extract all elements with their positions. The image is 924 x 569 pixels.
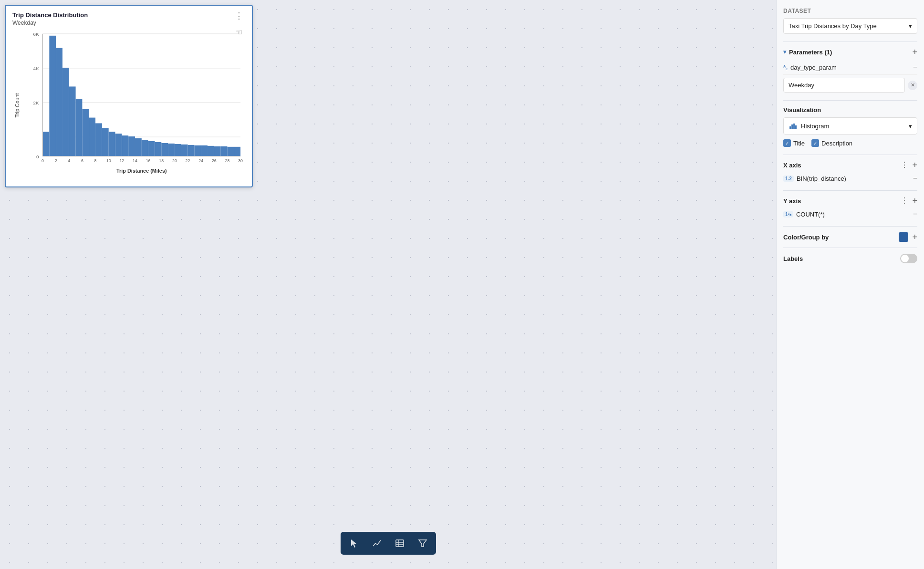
svg-text:14: 14 — [133, 158, 137, 163]
chart-inner: 6K 4K 2K 0 — [24, 29, 245, 182]
title-checkbox-label: Title — [793, 140, 805, 147]
histogram-chart: 6K 4K 2K 0 — [24, 29, 245, 180]
param-clear-button[interactable]: ✕ — [908, 81, 917, 90]
chevron-down-icon: ▾ — [783, 49, 786, 55]
x-axis-label: X axis — [783, 162, 801, 169]
svg-rect-37 — [227, 147, 234, 156]
remove-x-field-button[interactable]: − — [913, 174, 917, 183]
svg-marker-65 — [789, 126, 791, 129]
remove-y-field-button[interactable]: − — [913, 210, 917, 218]
add-y-field-button[interactable]: + — [912, 197, 917, 205]
param-value-row: ✕ — [783, 78, 917, 93]
svg-rect-21 — [122, 135, 128, 156]
remove-parameter-button[interactable]: − — [913, 63, 917, 72]
svg-marker-64 — [419, 540, 426, 547]
svg-rect-34 — [208, 146, 214, 156]
svg-marker-66 — [791, 124, 793, 129]
svg-rect-23 — [135, 138, 142, 156]
histogram-icon — [789, 122, 797, 130]
svg-rect-32 — [194, 145, 201, 156]
chart-subtitle: Weekday — [12, 20, 88, 26]
svg-rect-14 — [76, 99, 83, 156]
svg-marker-68 — [795, 125, 797, 129]
svg-text:8: 8 — [94, 158, 97, 163]
y-axis-label-container: Trip Count — [12, 29, 22, 182]
checkbox-row: ✓ Title ✓ Description — [783, 139, 917, 147]
x-axis-section: X axis ⋮ + 1.2 BIN(trip_distance) − — [783, 161, 917, 185]
color-swatch[interactable] — [899, 232, 908, 242]
main-layout: Trip Distance Distribution Weekday ⋮ Tri… — [0, 0, 924, 569]
y-field-type-badge: 1²₃ — [783, 211, 793, 217]
y-axis-header: Y axis ⋮ + — [783, 197, 917, 205]
dataset-select[interactable]: Taxi Trip Distances by Day Type ▾ — [783, 18, 917, 34]
dataset-label: Dataset — [783, 8, 917, 14]
viz-type-select[interactable]: Histogram ▾ — [783, 117, 917, 134]
title-checkbox-item[interactable]: ✓ Title — [783, 139, 805, 147]
svg-rect-11 — [56, 48, 62, 156]
y-axis-label: Trip Count — [14, 93, 20, 117]
add-parameter-button[interactable]: + — [912, 48, 917, 56]
param-type-icon: ᴬ꜀ — [783, 64, 788, 71]
svg-text:10: 10 — [106, 158, 111, 163]
svg-text:0: 0 — [42, 158, 44, 163]
svg-rect-24 — [142, 140, 148, 156]
svg-text:30: 30 — [238, 158, 243, 163]
y-axis-section: Y axis ⋮ + 1²₃ COUNT(*) − — [783, 197, 917, 220]
divider-3 — [783, 155, 917, 155]
chart-card: Trip Distance Distribution Weekday ⋮ Tri… — [5, 5, 253, 187]
description-checkbox[interactable]: ✓ — [811, 139, 819, 147]
canvas-area[interactable]: Trip Distance Distribution Weekday ⋮ Tri… — [0, 0, 776, 569]
x-axis-options-button[interactable]: ⋮ — [901, 161, 908, 169]
svg-rect-18 — [102, 128, 109, 156]
add-x-field-button[interactable]: + — [912, 161, 917, 169]
table-tool-button[interactable] — [392, 536, 407, 551]
divider-2 — [783, 100, 917, 101]
y-axis-field-left: 1²₃ COUNT(*) — [783, 211, 825, 218]
svg-text:0: 0 — [36, 154, 39, 159]
param-value-input[interactable] — [783, 78, 905, 93]
svg-rect-19 — [109, 132, 115, 156]
svg-rect-60 — [396, 540, 404, 547]
divider-6 — [783, 248, 917, 248]
x-axis-field-left: 1.2 BIN(trip_distance) — [783, 175, 846, 182]
parameters-label: Parameters (1) — [789, 49, 832, 56]
cursor-tool-button[interactable] — [346, 536, 362, 551]
add-color-group-button[interactable]: + — [912, 233, 917, 241]
title-checkbox[interactable]: ✓ — [783, 139, 791, 147]
svg-text:24: 24 — [198, 158, 203, 163]
chart-menu-button[interactable]: ⋮ — [233, 11, 245, 20]
chart-card-header: Trip Distance Distribution Weekday ⋮ — [12, 11, 245, 26]
svg-text:4: 4 — [68, 158, 70, 163]
visualization-section: Visualization Histogram ▾ ✓ Title — [783, 106, 917, 147]
svg-rect-36 — [221, 146, 228, 156]
y-axis-options-button[interactable]: ⋮ — [901, 197, 908, 205]
bottom-toolbar — [341, 532, 436, 555]
chart-tool-button[interactable] — [369, 536, 384, 551]
svg-rect-33 — [201, 145, 208, 156]
x-axis-actions: ⋮ + — [901, 161, 917, 169]
divider-4 — [783, 190, 917, 191]
svg-text:☜: ☜ — [236, 29, 242, 36]
right-panel: Dataset Taxi Trip Distances by Day Type … — [776, 0, 924, 569]
divider-1 — [783, 41, 917, 42]
param-name: ᴬ꜀ day_type_param — [783, 64, 837, 71]
x-field-name: BIN(trip_distance) — [797, 175, 846, 182]
x-field-type-badge: 1.2 — [783, 176, 794, 182]
svg-marker-67 — [793, 124, 795, 129]
svg-rect-22 — [128, 136, 135, 156]
chart-title-block: Trip Distance Distribution Weekday — [12, 11, 88, 26]
x-axis-header: X axis ⋮ + — [783, 161, 917, 169]
description-checkbox-item[interactable]: ✓ Description — [811, 139, 852, 147]
viz-type-label: Histogram — [801, 123, 829, 130]
svg-text:28: 28 — [225, 158, 230, 163]
svg-text:4K: 4K — [33, 66, 39, 71]
svg-text:6: 6 — [81, 158, 83, 163]
labels-toggle[interactable] — [900, 254, 917, 263]
dataset-section: Dataset Taxi Trip Distances by Day Type … — [783, 8, 917, 34]
color-group-right: + — [899, 232, 917, 242]
parameters-toggle[interactable]: ▾ Parameters (1) — [783, 49, 832, 56]
param-row: ᴬ꜀ day_type_param − — [783, 60, 917, 75]
svg-rect-31 — [188, 145, 195, 156]
svg-text:6K: 6K — [33, 31, 39, 37]
filter-tool-button[interactable] — [415, 536, 430, 551]
